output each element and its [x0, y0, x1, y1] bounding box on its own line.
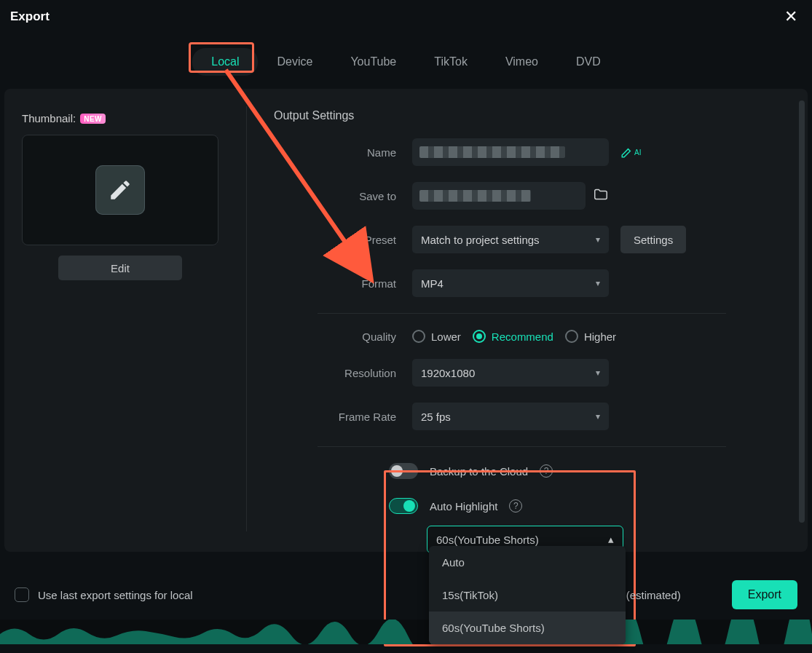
- browse-folder-icon[interactable]: [593, 186, 609, 205]
- use-last-settings-checkbox[interactable]: [15, 587, 29, 602]
- export-button[interactable]: Export: [732, 580, 797, 609]
- auto-highlight-toggle[interactable]: [389, 498, 418, 514]
- use-last-settings-label: Use last export settings for local: [38, 589, 193, 601]
- new-badge: NEW: [80, 114, 106, 124]
- close-icon[interactable]: ✕: [780, 6, 802, 28]
- chevron-down-icon: ▾: [596, 411, 600, 422]
- thumbnail-preview[interactable]: [22, 135, 218, 245]
- chevron-up-icon: ▴: [608, 533, 614, 546]
- saveto-input[interactable]: [412, 182, 586, 210]
- edit-thumbnail-icon: [95, 165, 145, 215]
- preset-select[interactable]: Match to project settings ▾: [412, 226, 609, 253]
- tab-device[interactable]: Device: [258, 48, 331, 76]
- resolution-label: Resolution: [274, 367, 412, 379]
- autohl-option-60s[interactable]: 60s(YouTube Shorts): [429, 612, 626, 644]
- autohl-option-15s[interactable]: 15s(TikTok): [429, 579, 626, 612]
- chevron-down-icon: ▾: [596, 368, 600, 378]
- quality-lower-radio[interactable]: Lower: [412, 330, 461, 343]
- divider: [318, 313, 726, 314]
- footer-bar: Use last export settings for local 3 MB(…: [0, 577, 812, 612]
- format-label: Format: [274, 277, 412, 290]
- tab-vimeo[interactable]: Vimeo: [486, 48, 557, 76]
- backup-cloud-label: Backup to the Cloud: [430, 465, 528, 478]
- name-label: Name: [274, 146, 412, 159]
- help-icon[interactable]: ?: [509, 499, 522, 512]
- preset-settings-button[interactable]: Settings: [620, 226, 686, 253]
- timeline-waveform: [0, 620, 812, 644]
- chevron-down-icon: ▾: [596, 234, 600, 245]
- auto-highlight-label: Auto Highlight: [430, 500, 497, 512]
- backup-cloud-toggle[interactable]: [389, 463, 418, 479]
- tab-tiktok[interactable]: TikTok: [415, 48, 486, 76]
- framerate-select[interactable]: 25 fps ▾: [412, 403, 609, 430]
- help-icon[interactable]: ?: [540, 464, 553, 478]
- window-title: Export: [10, 9, 50, 24]
- quality-recommend-radio[interactable]: Recommend: [473, 330, 553, 343]
- chevron-down-icon: ▾: [596, 278, 600, 288]
- name-input[interactable]: [412, 138, 609, 166]
- saveto-label: Save to: [274, 190, 412, 202]
- tab-youtube[interactable]: YouTube: [331, 48, 415, 76]
- preset-label: Preset: [274, 234, 412, 246]
- divider: [318, 446, 726, 447]
- autohl-option-auto[interactable]: Auto: [429, 546, 626, 579]
- format-select[interactable]: MP4 ▾: [412, 269, 609, 297]
- export-panel: Thumbnail: NEW Edit Output Settings Name…: [4, 89, 808, 552]
- output-settings-heading: Output Settings: [274, 109, 784, 122]
- thumbnail-label: Thumbnail: NEW: [22, 112, 227, 124]
- edit-thumbnail-button[interactable]: Edit: [58, 256, 182, 280]
- tab-dvd[interactable]: DVD: [557, 48, 620, 76]
- resolution-select[interactable]: 1920x1080 ▾: [412, 359, 609, 387]
- export-tabs: Local Device YouTube TikTok Vimeo DVD: [0, 48, 812, 76]
- quality-higher-radio[interactable]: Higher: [565, 330, 616, 343]
- tab-local[interactable]: Local: [192, 48, 258, 76]
- framerate-label: Frame Rate: [274, 411, 412, 423]
- ai-rename-icon[interactable]: AI: [620, 146, 641, 159]
- quality-label: Quality: [274, 331, 412, 343]
- auto-highlight-dropdown: Auto 15s(TikTok) 60s(YouTube Shorts): [429, 546, 626, 644]
